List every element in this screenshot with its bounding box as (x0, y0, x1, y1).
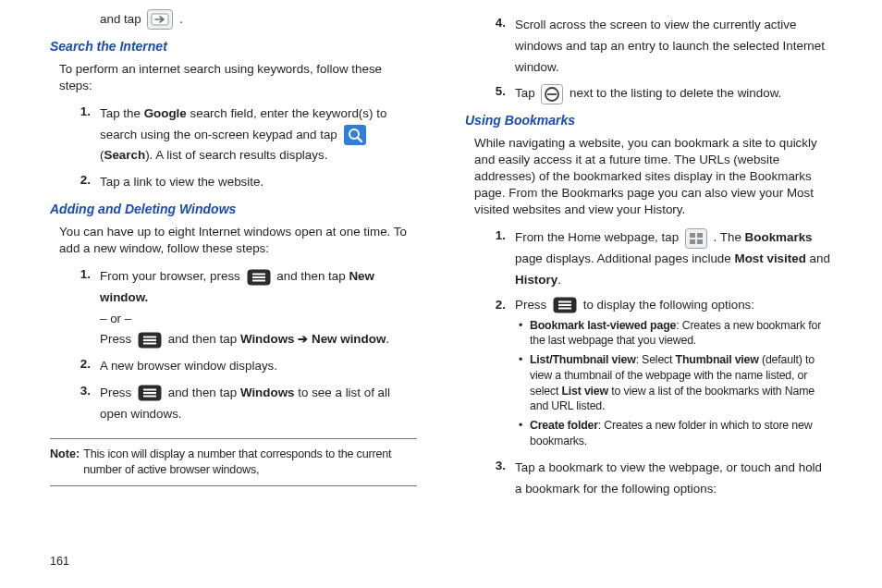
svg-rect-6 (252, 273, 265, 275)
list-number: 2. (70, 356, 91, 377)
list-item: 3. Press and then tap Windows to see a l… (70, 383, 417, 425)
svg-rect-2 (344, 125, 366, 145)
list-item: 5. Tap next to the listing to delete the… (485, 83, 832, 104)
svg-rect-20 (685, 228, 706, 248)
svg-rect-26 (558, 301, 571, 303)
list-number: 1. (485, 227, 506, 290)
search-icon (344, 125, 366, 145)
page-number: 161 (50, 555, 69, 568)
svg-rect-12 (143, 342, 156, 344)
bookmarks-icon (685, 228, 707, 249)
right-column: 4. Scroll across the screen to view the … (441, 0, 832, 588)
svg-rect-8 (252, 279, 265, 281)
menu-icon (553, 297, 577, 313)
menu-icon (138, 332, 162, 349)
svg-rect-14 (143, 389, 156, 391)
list-item: 2. Tap a link to view the website. (70, 172, 417, 193)
ordered-list: 4. Scroll across the screen to view the … (485, 15, 832, 104)
heading-windows: Adding and Deleting Windows (50, 201, 417, 218)
list-item: 2. A new browser window displays. (70, 356, 417, 377)
list-item: 2. Press to display the following option… (485, 297, 832, 453)
svg-rect-24 (697, 239, 703, 244)
svg-rect-10 (143, 336, 156, 337)
bullet-list: •Bookmark last-viewed page: Creates a ne… (519, 318, 832, 449)
text: and tap (100, 12, 144, 26)
list-number: 2. (485, 297, 506, 453)
close-circle-icon (541, 84, 563, 104)
svg-rect-11 (143, 339, 156, 341)
arrow-right-icon (147, 9, 173, 30)
left-column: and tap . Search the Internet To perform… (50, 0, 441, 588)
list-number: 4. (485, 15, 506, 78)
list-number: 1. (70, 104, 91, 166)
ordered-list: 1. Tap the Google search field, enter th… (70, 104, 417, 193)
svg-rect-23 (690, 239, 695, 244)
menu-icon (247, 269, 271, 286)
list-item: 1. From the Home webpage, tap . The Book… (485, 227, 832, 290)
list-number: 2. (70, 172, 91, 193)
svg-rect-7 (252, 276, 265, 278)
svg-rect-15 (143, 392, 156, 394)
svg-rect-28 (558, 308, 571, 310)
list-item: 1. From your browser, press and then tap… (70, 266, 417, 350)
note-block: Note: This icon will display a number th… (50, 438, 417, 478)
paragraph: While navigating a website, you can book… (474, 135, 832, 218)
text: . (179, 12, 183, 26)
list-item: 1. Tap the Google search field, enter th… (70, 104, 417, 166)
list-number: 1. (70, 266, 91, 350)
heading-bookmarks: Using Bookmarks (465, 112, 832, 129)
list-item: 4. Scroll across the screen to view the … (485, 15, 832, 78)
list-number: 5. (485, 83, 506, 104)
ordered-list: 1. From your browser, press and then tap… (70, 266, 417, 424)
svg-rect-16 (143, 396, 156, 398)
svg-rect-27 (558, 304, 571, 306)
heading-search-internet: Search the Internet (50, 38, 417, 55)
menu-icon (138, 385, 162, 401)
list-number: 3. (70, 383, 91, 425)
svg-rect-21 (690, 233, 695, 238)
paragraph: To perform an internet search using keyw… (59, 61, 417, 94)
svg-rect-22 (697, 233, 703, 238)
ordered-list: 1. From the Home webpage, tap . The Book… (485, 227, 832, 500)
list-item: 3. Tap a bookmark to view the webpage, o… (485, 458, 832, 500)
note-label: Note: (50, 447, 80, 478)
note-text: This icon will display a number that cor… (83, 447, 417, 478)
paragraph: You can have up to eight Internet window… (59, 224, 417, 257)
list-number: 3. (485, 458, 506, 500)
